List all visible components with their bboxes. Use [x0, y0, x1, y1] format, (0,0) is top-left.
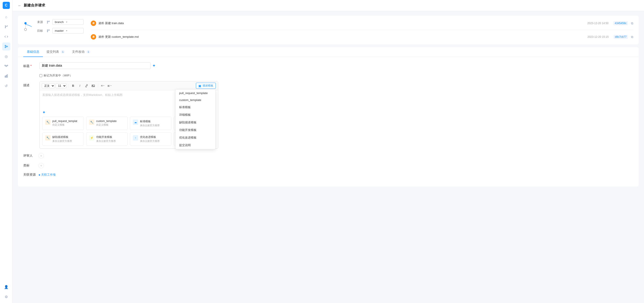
toolbar-divider-1: [68, 84, 68, 88]
branch-flow-svg: [23, 20, 34, 32]
template-card-4[interactable]: 🔧 缺陷描述模板 来自云效官方推荐: [42, 132, 84, 146]
sidebar: C ⌂ ◎ ↺ 👤 ⚙: [0, 0, 12, 303]
source-label: 来源: [37, 20, 44, 24]
desc-editor: 正文 11 B I: [39, 81, 218, 149]
commit-copy-1[interactable]: ⧉: [631, 35, 633, 39]
svg-rect-10: [7, 65, 8, 66]
template-card-name-1: custom_template: [96, 120, 125, 123]
template-dropdown-item-0[interactable]: pull_request_template: [176, 90, 215, 96]
template-button[interactable]: ▣ 描述模板 pull_request_template custom_temp…: [196, 83, 216, 89]
format-select[interactable]: 正文: [42, 83, 55, 88]
list-button[interactable]: ≡: [100, 83, 106, 89]
template-dropdown-item-7[interactable]: 提交说明: [176, 141, 215, 149]
image-button[interactable]: [90, 83, 96, 89]
title-star-button[interactable]: ✦: [152, 63, 156, 68]
template-dropdown-item-3[interactable]: 详细模板: [176, 111, 215, 119]
tab-commits-list[interactable]: 提交列表 1: [43, 47, 68, 57]
link-button[interactable]: [84, 83, 90, 89]
app-logo: C: [3, 2, 10, 9]
template-card-icon-4: 🔧: [45, 135, 50, 141]
link-work-item-button[interactable]: ● 关联工作项: [38, 173, 56, 177]
italic-button[interactable]: I: [77, 83, 83, 89]
wip-checkbox[interactable]: 标记为开发中（WIP）: [39, 73, 72, 77]
commits-divider: [91, 30, 633, 30]
template-card-icon-1: 🔧: [89, 120, 94, 125]
relation-row: 关联资源 ● 关联工作项: [23, 173, 633, 177]
template-dropdown-item-1[interactable]: custom_template: [176, 96, 215, 103]
commit-action-0: 新建: [105, 21, 112, 25]
reviewer-label: 评审人: [23, 154, 36, 158]
template-dropdown-item-2[interactable]: 标准模板: [176, 103, 215, 111]
sidebar-item-history[interactable]: ↺: [2, 82, 10, 90]
sidebar-item-code[interactable]: [2, 33, 10, 41]
add-reviewer-button[interactable]: +: [38, 153, 44, 158]
template-card-icon-2: ☁: [133, 120, 138, 125]
template-card-1[interactable]: 🔧 custom_template 自定义模板: [86, 117, 128, 130]
svg-point-16: [24, 22, 26, 24]
svg-rect-9: [6, 66, 7, 67]
size-select[interactable]: 11: [56, 83, 66, 88]
wip-checkbox-input[interactable]: [39, 74, 42, 77]
svg-point-24: [49, 29, 50, 30]
target-branch-value: master: [55, 29, 64, 32]
toolbar-divider-2: [98, 84, 98, 88]
source-branch-select[interactable]: branch: [52, 19, 84, 25]
template-card-desc-1: 自定义模板: [96, 123, 125, 126]
template-card-desc-0: 自定义模板: [52, 123, 81, 126]
commit-info-1: 凌朴 更新 custom_template.md: [98, 35, 585, 39]
sidebar-item-pr[interactable]: [2, 42, 10, 50]
label-row: 类标 +: [23, 163, 633, 168]
add-label-button[interactable]: +: [38, 163, 44, 168]
template-card-name-4: 缺陷描述模板: [52, 135, 81, 139]
wip-row: 标记为开发中（WIP）: [23, 73, 633, 77]
template-dropdown-item-5[interactable]: 功能开发模板: [176, 126, 215, 134]
main-content: ← 新建合并请求 来源: [12, 0, 644, 303]
template-card-5[interactable]: ⚡ 功能开发模板 来自云效官方推荐: [86, 132, 128, 146]
sidebar-item-branch[interactable]: [2, 23, 10, 31]
svg-point-17: [24, 28, 26, 31]
target-branch-select[interactable]: master: [52, 28, 84, 33]
template-dropdown: pull_request_template custom_template 标准…: [175, 89, 216, 149]
template-card-6[interactable]: ↑ 优化改进模板 来自云效官方推荐: [130, 132, 172, 146]
template-card-icon-0: 🔧: [45, 120, 50, 125]
template-card-0[interactable]: 🔧 pull_request_templat 自定义模板: [42, 117, 84, 130]
tab-basic-info[interactable]: 基础信息: [23, 47, 43, 57]
sidebar-item-target[interactable]: ◎: [2, 52, 10, 60]
sidebar-item-user[interactable]: 👤: [2, 283, 10, 291]
commit-time-0: 2023-12-20 14:50: [588, 22, 609, 25]
bold-button[interactable]: B: [70, 83, 76, 89]
svg-line-11: [6, 65, 6, 66]
sidebar-item-home[interactable]: ⌂: [2, 13, 10, 21]
title-input[interactable]: [39, 62, 150, 69]
title-label: 标题: [23, 62, 36, 68]
tab-file-changes[interactable]: 文件改动 1: [68, 47, 94, 57]
commit-action-1: 更新: [105, 35, 112, 38]
commit-hash-0: 4345459c: [613, 21, 628, 25]
back-button[interactable]: ←: [18, 3, 22, 7]
template-card-desc-6: 来自云效官方推荐: [140, 139, 168, 143]
ordered-list-button[interactable]: ≣: [107, 83, 112, 89]
commit-hash-1: d8c7cb77: [614, 35, 628, 39]
sidebar-item-settings[interactable]: ⚙: [2, 293, 10, 301]
commit-info-0: 凌朴 新建 train.data: [98, 21, 585, 25]
svg-point-23: [47, 31, 48, 32]
sidebar-item-pipeline[interactable]: [2, 62, 10, 70]
commit-copy-0[interactable]: ⧉: [631, 21, 633, 25]
commit-item: 凌 凌朴 新建 train.data 2023-12-20 14:50 4345…: [91, 19, 633, 27]
desc-toolbar: 正文 11 B I: [40, 81, 218, 90]
template-dropdown-item-6[interactable]: 优化改进模板: [176, 134, 215, 141]
template-dropdown-item-4[interactable]: 缺陷描述模板: [176, 119, 215, 126]
source-branch-value: branch: [55, 20, 64, 24]
svg-point-4: [5, 45, 6, 46]
title-row: 标题 ✦: [23, 62, 633, 69]
sidebar-item-analytics[interactable]: [2, 72, 10, 80]
svg-rect-14: [6, 75, 6, 77]
template-card-name-5: 功能开发模板: [96, 135, 125, 139]
relation-label: 关联资源: [23, 173, 36, 177]
desc-row: 描述 正文 11 B: [23, 81, 633, 149]
tab-commits-badge: 1: [61, 50, 65, 53]
template-card-2[interactable]: ☁ 标准模板 来自云效官方推荐: [130, 117, 172, 130]
svg-line-12: [7, 65, 7, 66]
template-card-desc-4: 来自云效官方推荐: [52, 139, 81, 143]
branch-commit-panel: 来源 branch 目标: [18, 16, 639, 44]
